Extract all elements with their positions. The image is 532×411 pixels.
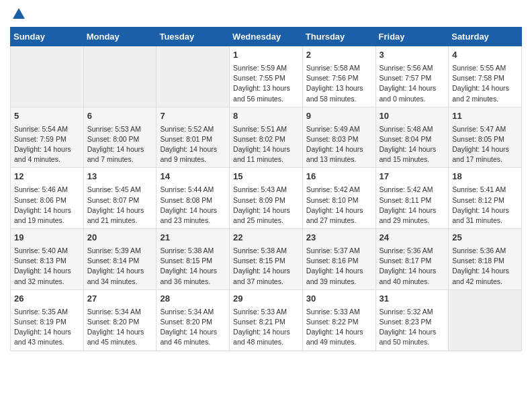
date-number: 20 — [87, 232, 153, 244]
day-cell: 28Sunrise: 5:34 AMSunset: 8:20 PMDayligh… — [157, 289, 230, 351]
calendar-body: 1Sunrise: 5:59 AMSunset: 7:55 PMDaylight… — [11, 46, 522, 351]
sunset: Sunset: 8:12 PM — [452, 196, 504, 204]
day-cell: 30Sunrise: 5:33 AMSunset: 8:22 PMDayligh… — [302, 289, 375, 351]
daylight: Daylight: 14 hours and 29 minutes. — [380, 206, 437, 224]
daylight: Daylight: 14 hours and 23 minutes. — [160, 206, 217, 224]
header — [10, 7, 522, 21]
sunset: Sunset: 7:57 PM — [380, 74, 432, 82]
sunset: Sunset: 7:55 PM — [233, 74, 285, 82]
date-number: 13 — [87, 171, 153, 183]
sunrise: Sunrise: 5:34 AM — [160, 308, 214, 316]
daylight: Daylight: 14 hours and 46 minutes. — [160, 328, 217, 346]
header-row: SundayMondayTuesdayWednesdayThursdayFrid… — [11, 28, 522, 46]
date-number: 29 — [233, 293, 299, 306]
day-cell: 21Sunrise: 5:38 AMSunset: 8:15 PMDayligh… — [157, 229, 230, 290]
sunrise: Sunrise: 5:54 AM — [14, 125, 68, 133]
sunrise: Sunrise: 5:53 AM — [87, 125, 141, 133]
day-cell: 3Sunrise: 5:56 AMSunset: 7:57 PMDaylight… — [375, 46, 449, 107]
daylight: Daylight: 14 hours and 40 minutes. — [380, 267, 437, 285]
day-cell — [449, 289, 522, 351]
date-number: 11 — [452, 110, 518, 123]
daylight: Daylight: 14 hours and 49 minutes. — [306, 328, 363, 346]
daylight: Daylight: 14 hours and 17 minutes. — [452, 145, 509, 163]
day-cell: 26Sunrise: 5:35 AMSunset: 8:19 PMDayligh… — [11, 289, 84, 351]
daylight: Daylight: 14 hours and 4 minutes. — [14, 145, 71, 163]
date-number: 31 — [380, 293, 445, 306]
sunrise: Sunrise: 5:34 AM — [87, 308, 141, 316]
day-cell: 11Sunrise: 5:47 AMSunset: 8:05 PMDayligh… — [449, 107, 522, 168]
daylight: Daylight: 14 hours and 43 minutes. — [14, 328, 71, 346]
sunrise: Sunrise: 5:32 AM — [380, 308, 433, 316]
sunrise: Sunrise: 5:42 AM — [380, 185, 433, 193]
daylight: Daylight: 14 hours and 13 minutes. — [306, 145, 363, 163]
sunrise: Sunrise: 5:39 AM — [87, 246, 141, 255]
sunset: Sunset: 8:20 PM — [160, 318, 212, 326]
sunset: Sunset: 8:17 PM — [380, 257, 432, 265]
week-row-2: 5Sunrise: 5:54 AMSunset: 7:59 PMDaylight… — [11, 107, 522, 168]
date-number: 26 — [14, 293, 80, 306]
sunset: Sunset: 8:04 PM — [380, 135, 432, 143]
date-number: 16 — [306, 171, 372, 183]
sunrise: Sunrise: 5:40 AM — [14, 246, 68, 255]
sunrise: Sunrise: 5:35 AM — [14, 308, 68, 316]
calendar-header: SundayMondayTuesdayWednesdayThursdayFrid… — [11, 28, 522, 46]
daylight: Daylight: 13 hours and 56 minutes. — [233, 84, 290, 102]
sunrise: Sunrise: 5:33 AM — [233, 308, 287, 316]
day-cell: 25Sunrise: 5:36 AMSunset: 8:18 PMDayligh… — [449, 229, 522, 290]
sunrise: Sunrise: 5:45 AM — [87, 185, 141, 193]
date-number: 1 — [233, 49, 299, 62]
sunrise: Sunrise: 5:58 AM — [306, 64, 360, 72]
daylight: Daylight: 14 hours and 45 minutes. — [87, 328, 144, 346]
day-header-friday: Friday — [375, 28, 449, 46]
sunset: Sunset: 8:16 PM — [306, 257, 359, 265]
daylight: Daylight: 14 hours and 21 minutes. — [87, 206, 144, 224]
week-row-3: 12Sunrise: 5:46 AMSunset: 8:06 PMDayligh… — [11, 168, 522, 229]
sunrise: Sunrise: 5:44 AM — [160, 185, 214, 193]
sunset: Sunset: 7:59 PM — [14, 135, 66, 143]
day-cell: 9Sunrise: 5:49 AMSunset: 8:03 PMDaylight… — [302, 107, 375, 168]
sunrise: Sunrise: 5:56 AM — [380, 64, 433, 72]
sunrise: Sunrise: 5:52 AM — [160, 125, 214, 133]
date-number: 12 — [14, 171, 80, 183]
sunset: Sunset: 8:13 PM — [14, 257, 66, 265]
sunset: Sunset: 8:02 PM — [233, 135, 285, 143]
sunset: Sunset: 8:06 PM — [14, 196, 66, 204]
day-cell: 16Sunrise: 5:42 AMSunset: 8:10 PMDayligh… — [302, 168, 375, 229]
day-cell — [83, 46, 157, 107]
day-header-wednesday: Wednesday — [230, 28, 303, 46]
day-cell: 17Sunrise: 5:42 AMSunset: 8:11 PMDayligh… — [375, 168, 449, 229]
day-cell: 12Sunrise: 5:46 AMSunset: 8:06 PMDayligh… — [11, 168, 84, 229]
day-cell: 31Sunrise: 5:32 AMSunset: 8:23 PMDayligh… — [375, 289, 449, 351]
daylight: Daylight: 14 hours and 11 minutes. — [233, 145, 290, 163]
sunset: Sunset: 8:23 PM — [380, 318, 432, 326]
sunrise: Sunrise: 5:41 AM — [452, 185, 506, 193]
date-number: 28 — [160, 293, 226, 306]
day-cell: 15Sunrise: 5:43 AMSunset: 8:09 PMDayligh… — [230, 168, 303, 229]
sunset: Sunset: 8:14 PM — [87, 257, 140, 265]
day-cell: 1Sunrise: 5:59 AMSunset: 7:55 PMDaylight… — [230, 46, 303, 107]
sunset: Sunset: 7:56 PM — [306, 74, 359, 82]
sunset: Sunset: 8:15 PM — [160, 257, 212, 265]
sunset: Sunset: 8:22 PM — [306, 318, 359, 326]
daylight: Daylight: 14 hours and 34 minutes. — [87, 267, 144, 285]
day-cell: 10Sunrise: 5:48 AMSunset: 8:04 PMDayligh… — [375, 107, 449, 168]
sunset: Sunset: 8:18 PM — [452, 257, 504, 265]
day-cell: 19Sunrise: 5:40 AMSunset: 8:13 PMDayligh… — [11, 229, 84, 290]
week-row-1: 1Sunrise: 5:59 AMSunset: 7:55 PMDaylight… — [11, 46, 522, 107]
sunset: Sunset: 8:07 PM — [87, 196, 140, 204]
daylight: Daylight: 14 hours and 15 minutes. — [380, 145, 437, 163]
date-number: 18 — [452, 171, 518, 183]
sunset: Sunset: 8:19 PM — [14, 318, 66, 326]
sunset: Sunset: 8:01 PM — [160, 135, 212, 143]
sunset: Sunset: 8:15 PM — [233, 257, 285, 265]
sunset: Sunset: 8:00 PM — [87, 135, 140, 143]
sunset: Sunset: 7:58 PM — [452, 74, 504, 82]
sunrise: Sunrise: 5:33 AM — [306, 308, 360, 316]
sunset: Sunset: 8:05 PM — [452, 135, 504, 143]
sunrise: Sunrise: 5:46 AM — [14, 185, 68, 193]
day-header-saturday: Saturday — [449, 28, 522, 46]
sunrise: Sunrise: 5:59 AM — [233, 64, 287, 72]
sunrise: Sunrise: 5:37 AM — [306, 246, 360, 255]
daylight: Daylight: 14 hours and 27 minutes. — [306, 206, 363, 224]
day-cell: 20Sunrise: 5:39 AMSunset: 8:14 PMDayligh… — [83, 229, 157, 290]
